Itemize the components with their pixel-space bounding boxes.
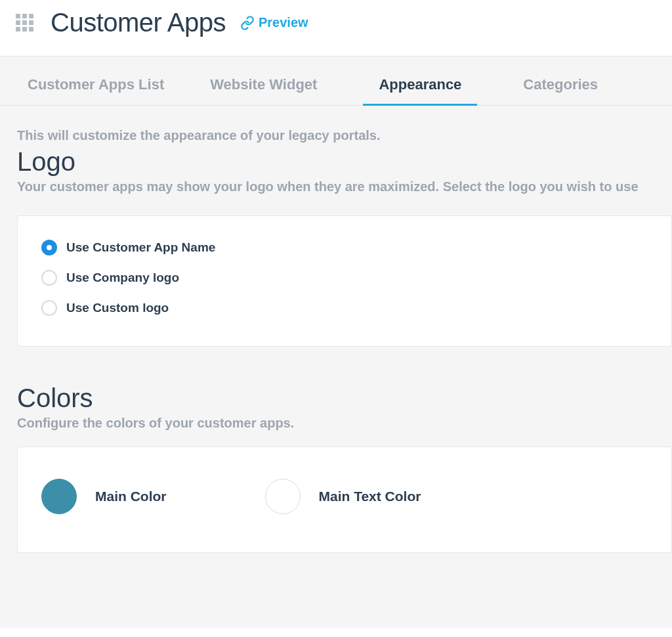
radio-icon xyxy=(41,300,57,316)
colors-heading: Colors xyxy=(0,380,672,413)
link-icon xyxy=(240,16,255,30)
tab-website-widget[interactable]: Website Widget xyxy=(210,76,317,106)
main-color-swatch xyxy=(41,479,77,514)
main-color-picker[interactable]: Main Color xyxy=(41,479,167,514)
radio-use-custom-logo[interactable]: Use Custom logo xyxy=(41,300,648,316)
tab-appearance[interactable]: Appearance xyxy=(363,76,477,106)
logo-options-card: Use Customer App Name Use Company logo U… xyxy=(17,215,672,347)
tab-categories[interactable]: Categories xyxy=(523,76,598,106)
intro-text: This will customize the appearance of yo… xyxy=(0,106,672,143)
main-text-color-label: Main Text Color xyxy=(319,489,421,504)
tab-customer-apps-list[interactable]: Customer Apps List xyxy=(28,76,164,106)
content-area: Customer Apps List Website Widget Appear… xyxy=(0,56,672,628)
radio-label: Use Custom logo xyxy=(66,301,169,315)
radio-use-company-logo[interactable]: Use Company logo xyxy=(41,270,648,286)
page-header: Customer Apps Preview xyxy=(0,0,672,56)
main-color-label: Main Color xyxy=(95,489,167,504)
preview-label: Preview xyxy=(259,15,308,30)
colors-subtext: Configure the colors of your customer ap… xyxy=(0,413,672,431)
page-title: Customer Apps xyxy=(51,8,226,37)
radio-icon xyxy=(41,270,57,286)
tabs: Customer Apps List Website Widget Appear… xyxy=(0,56,672,106)
radio-icon xyxy=(41,240,57,255)
radio-label: Use Company logo xyxy=(66,271,179,285)
logo-radio-group: Use Customer App Name Use Company logo U… xyxy=(41,240,648,316)
main-text-color-picker[interactable]: Main Text Color xyxy=(265,479,421,514)
logo-heading: Logo xyxy=(0,143,672,177)
logo-subtext: Your customer apps may show your logo wh… xyxy=(0,177,672,194)
colors-card: Main Color Main Text Color xyxy=(17,447,672,553)
radio-use-customer-app-name[interactable]: Use Customer App Name xyxy=(41,240,648,255)
preview-link[interactable]: Preview xyxy=(240,15,308,30)
main-text-color-swatch xyxy=(265,479,301,514)
apps-grid-icon[interactable] xyxy=(16,14,33,32)
radio-label: Use Customer App Name xyxy=(66,240,215,255)
